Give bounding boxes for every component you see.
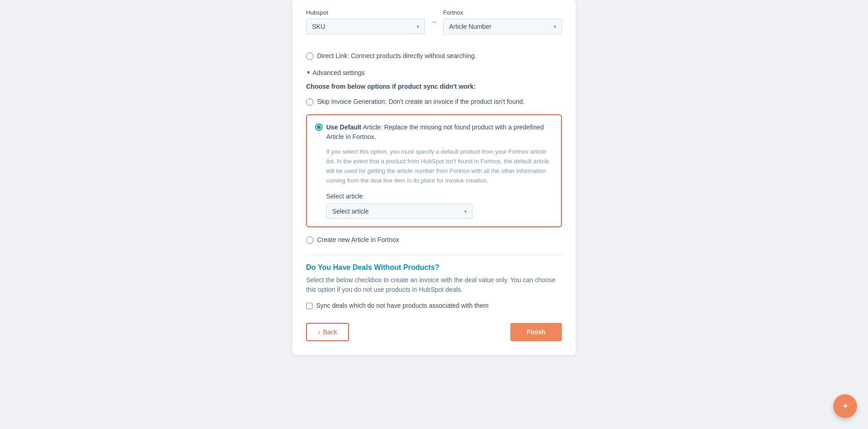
article-select-inner-wrapper[interactable]: Select article <box>326 204 472 219</box>
back-label: Back <box>323 328 337 336</box>
arrow-icon: → <box>430 18 438 26</box>
hubspot-col: Hubspot SKU <box>306 9 425 34</box>
choose-label: Choose from below options if product syn… <box>306 83 562 90</box>
create-new-option: Create new Article in Fortnox <box>306 234 562 247</box>
mapping-section: Hubspot SKU → Fortnox Article Number <box>292 0 576 50</box>
triangle-icon: ▼ <box>306 70 311 75</box>
deals-section-title: Do You Have Deals Without Products? <box>306 263 562 272</box>
hubspot-label: Hubspot <box>306 9 425 16</box>
create-new-radio[interactable] <box>306 236 313 244</box>
finish-label: Finish <box>527 328 545 336</box>
use-default-article-box: Use Default Article: Replace the missing… <box>306 114 562 227</box>
back-chevron-icon: ‹ <box>318 328 320 336</box>
advanced-settings-toggle[interactable]: ▼ Advanced settings <box>306 69 562 76</box>
sync-deals-checkbox-option: Sync deals which do not have products as… <box>306 302 562 309</box>
fab-button[interactable]: ✦ <box>833 394 857 418</box>
fortnox-col: Fortnox Article Number <box>443 9 562 34</box>
back-button[interactable]: ‹ Back <box>306 323 349 341</box>
article-number-select-wrapper[interactable]: Article Number <box>443 19 562 34</box>
fortnox-label: Fortnox <box>443 9 562 16</box>
article-select[interactable]: Select article <box>326 204 472 219</box>
article-number-select[interactable]: Article Number <box>443 19 562 34</box>
use-default-text: Use Default Article: Replace the missing… <box>326 123 553 142</box>
use-default-description: If you select this option, you must spec… <box>326 147 553 185</box>
article-select-wrapper[interactable]: Select article <box>326 204 472 219</box>
advanced-settings-label: Advanced settings <box>312 69 365 76</box>
use-default-highlight: Use Default <box>326 123 361 131</box>
sync-deals-checkbox[interactable] <box>306 303 312 309</box>
sync-deals-label[interactable]: Sync deals which do not have products as… <box>316 302 488 309</box>
sku-select[interactable]: SKU <box>306 19 425 34</box>
use-default-radio-indicator[interactable] <box>315 123 323 131</box>
select-article-label: Select article <box>326 193 553 200</box>
main-card: Hubspot SKU → Fortnox Article Number <box>292 0 576 355</box>
fab-icon: ✦ <box>842 401 849 411</box>
deals-description: Select the below checkbox to create an i… <box>306 275 562 295</box>
direct-link-radio[interactable] <box>306 53 313 60</box>
create-new-label[interactable]: Create new Article in Fortnox <box>317 236 399 245</box>
content-area: Direct Link: Connect products directly w… <box>292 50 576 309</box>
page-wrapper: Hubspot SKU → Fortnox Article Number <box>0 0 868 429</box>
skip-invoice-radio[interactable] <box>306 98 313 106</box>
direct-link-label[interactable]: Direct Link: Connect products directly w… <box>317 52 476 61</box>
mapping-row: Hubspot SKU → Fortnox Article Number <box>306 9 562 34</box>
skip-invoice-option: Skip Invoice Generation: Don't create an… <box>306 96 562 108</box>
direct-link-option: Direct Link: Connect products directly w… <box>306 50 562 63</box>
sku-select-wrapper[interactable]: SKU <box>306 19 425 34</box>
finish-button[interactable]: Finish <box>510 323 562 341</box>
skip-invoice-label[interactable]: Skip Invoice Generation: Don't create an… <box>317 97 524 107</box>
button-row: ‹ Back Finish <box>292 318 576 341</box>
use-default-header: Use Default Article: Replace the missing… <box>315 123 553 142</box>
section-divider <box>306 255 562 255</box>
